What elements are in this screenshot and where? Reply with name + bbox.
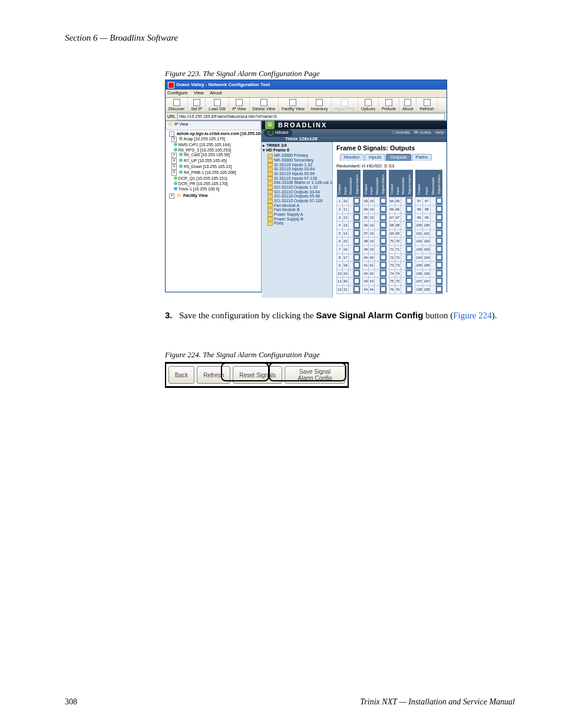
signal-alarm-checkbox[interactable] (353, 206, 361, 214)
tab-paths[interactable]: Paths (412, 154, 432, 161)
nav-item[interactable]: SO-33110 Outputs 33-64 (267, 190, 331, 195)
signal-alarm-checkbox[interactable] (406, 206, 413, 214)
signal-alarm-checkbox[interactable] (435, 246, 442, 254)
tab-monitor[interactable]: Monitor (340, 154, 364, 161)
toolbar-ip-view[interactable]: IP View (229, 98, 249, 112)
signal-alarm-checkbox[interactable] (406, 262, 413, 270)
link-help[interactable]: help (435, 130, 444, 136)
refresh-button[interactable]: Refresh (197, 366, 230, 384)
signal-alarm-checkbox[interactable] (406, 253, 413, 262)
facility-view-node[interactable]: + 📁 Facility View (169, 193, 260, 199)
tree-item[interactable]: + R3_Down [10.255.105.22] (171, 164, 260, 170)
signal-alarm-checkbox[interactable] (379, 246, 386, 254)
signal-alarm-checkbox[interactable] (435, 253, 442, 262)
nav-item[interactable]: Power Supply B (267, 217, 331, 222)
menu-view[interactable]: View (194, 91, 204, 96)
menu-about[interactable]: About (210, 91, 222, 96)
signal-alarm-checkbox[interactable] (379, 222, 386, 230)
signal-alarm-checkbox[interactable] (379, 278, 386, 286)
signal-alarm-checkbox[interactable] (379, 238, 386, 246)
tab-inputs[interactable]: Inputs (365, 154, 386, 161)
save-signal-alarm-config-button[interactable]: Save Signal Alarm Config (285, 366, 345, 384)
nav-item[interactable]: SO-33110 Outputs 65-96 (267, 194, 331, 199)
signal-alarm-checkbox[interactable] (435, 222, 442, 230)
nav-trinix-header[interactable]: ▸ TRINIX 1/4 (263, 143, 331, 148)
signal-alarm-checkbox[interactable] (435, 206, 442, 214)
figure-224-ref[interactable]: Figure 224 (453, 311, 491, 320)
menu-configure[interactable]: Configure (167, 91, 188, 96)
signal-alarm-checkbox[interactable] (435, 238, 442, 246)
signal-alarm-checkbox[interactable] (406, 213, 413, 222)
tree-item[interactable]: Trinix-1 [10.255.105.6] (171, 187, 260, 192)
signal-alarm-checkbox[interactable] (406, 246, 413, 254)
nav-item[interactable]: SO-33110 Outputs 97-128 (267, 199, 331, 203)
reset-signals-button[interactable]: Reset Signals (233, 366, 282, 384)
tree-item[interactable]: NMS-CrP1 [10.255.105.164] (171, 143, 260, 148)
signal-alarm-checkbox[interactable] (435, 229, 442, 238)
nav-frame-header[interactable]: ▾ HD Frame 0 (263, 148, 331, 153)
toolbar-load-sw[interactable]: Load SW (206, 98, 229, 112)
signal-alarm-checkbox[interactable] (353, 269, 361, 278)
signal-alarm-checkbox[interactable] (379, 206, 386, 214)
tree-item[interactable]: DCR_Q1 [10.255.105.151] (171, 176, 260, 182)
toolbar-set-ip[interactable]: Set IP (188, 98, 206, 112)
link-events[interactable]: □ events (392, 130, 410, 136)
signal-alarm-checkbox[interactable] (435, 262, 442, 270)
nav-item[interactable]: NR-33000 Primary (267, 153, 331, 158)
toolbar-facility-view[interactable]: Facility View (279, 98, 308, 112)
signal-alarm-checkbox[interactable] (379, 253, 386, 262)
signal-alarm-checkbox[interactable] (353, 286, 361, 294)
signal-alarm-checkbox[interactable] (353, 262, 361, 270)
signal-alarm-checkbox[interactable] (353, 197, 361, 206)
nav-item[interactable]: SI-33110 Inputs 97-128 (267, 176, 331, 181)
back-button[interactable]: Back (168, 366, 194, 384)
signal-alarm-checkbox[interactable] (379, 269, 386, 278)
signal-alarm-checkbox[interactable] (353, 213, 361, 222)
toolbar-about[interactable]: About (399, 98, 416, 112)
nav-item[interactable]: SO-33110 Outputs 1-32 (267, 185, 331, 190)
toolbar-device-view[interactable]: Device View (250, 98, 279, 112)
tab-outputs[interactable]: Outputs (386, 154, 411, 161)
tree-item[interactable]: + R4_PMB-1 [10.255.105.200] (171, 170, 260, 176)
signal-alarm-checkbox[interactable] (379, 229, 386, 238)
tree-item[interactable]: DCR_PR [10.255.105.170] (171, 182, 260, 187)
signal-alarm-checkbox[interactable] (406, 222, 413, 230)
signal-alarm-checkbox[interactable] (435, 278, 442, 286)
signal-alarm-checkbox[interactable] (406, 229, 413, 238)
nav-item[interactable]: Power Supply A (267, 212, 331, 217)
signal-alarm-checkbox[interactable] (353, 246, 361, 254)
nav-item[interactable]: SI-33110 Inputs 65-96 (267, 172, 331, 176)
toolbar-refresh[interactable]: Refresh (416, 98, 438, 112)
signal-alarm-checkbox[interactable] (353, 278, 361, 286)
tree-root[interactable]: - ashok-xp.bgv-iu.crlsd-euro.com [10.255… (169, 131, 260, 192)
toolbar-inventory[interactable]: Inventory (308, 98, 332, 112)
signal-alarm-checkbox[interactable] (353, 238, 361, 246)
signal-alarm-checkbox[interactable] (379, 213, 386, 222)
signal-alarm-checkbox[interactable] (435, 286, 442, 294)
signal-alarm-checkbox[interactable] (435, 197, 442, 206)
signal-alarm-checkbox[interactable] (353, 222, 361, 230)
nav-item[interactable]: Ports (267, 221, 331, 226)
tree-item[interactable]: + Acap [10.255.105.175] (171, 137, 260, 143)
signal-alarm-checkbox[interactable] (435, 269, 442, 278)
nav-item[interactable]: NR-33000 Secondary (267, 158, 331, 163)
nav-item[interactable]: SI-33110 Inputs 1-32 (267, 163, 331, 167)
tree-item[interactable]: + R7_UP [10.255.105.45] (171, 159, 260, 164)
toolbar-prelude[interactable]: Prelude (379, 98, 399, 112)
signal-alarm-checkbox[interactable] (379, 286, 386, 294)
signal-alarm-checkbox[interactable] (406, 278, 413, 286)
nav-item[interactable]: Fan Module A (267, 203, 331, 208)
toolbar-options[interactable]: Options (358, 98, 379, 112)
tree-item[interactable]: + R6_Cat5 [10.255.105.50] (171, 153, 260, 159)
url-input[interactable] (177, 113, 445, 120)
link-notes[interactable]: ✉ notes (414, 130, 431, 136)
signal-alarm-checkbox[interactable] (379, 197, 386, 206)
signal-alarm-checkbox[interactable] (353, 229, 361, 238)
signal-alarm-checkbox[interactable] (406, 238, 413, 246)
nav-item[interactable]: SI-33110 Inputs 33-64 (267, 167, 331, 172)
signal-alarm-checkbox[interactable] (353, 253, 361, 262)
nav-item[interactable]: Fan Module B (267, 207, 331, 212)
signal-alarm-checkbox[interactable] (406, 269, 413, 278)
signal-alarm-checkbox[interactable] (406, 286, 413, 294)
toolbar-discover[interactable]: Discover (166, 98, 188, 112)
